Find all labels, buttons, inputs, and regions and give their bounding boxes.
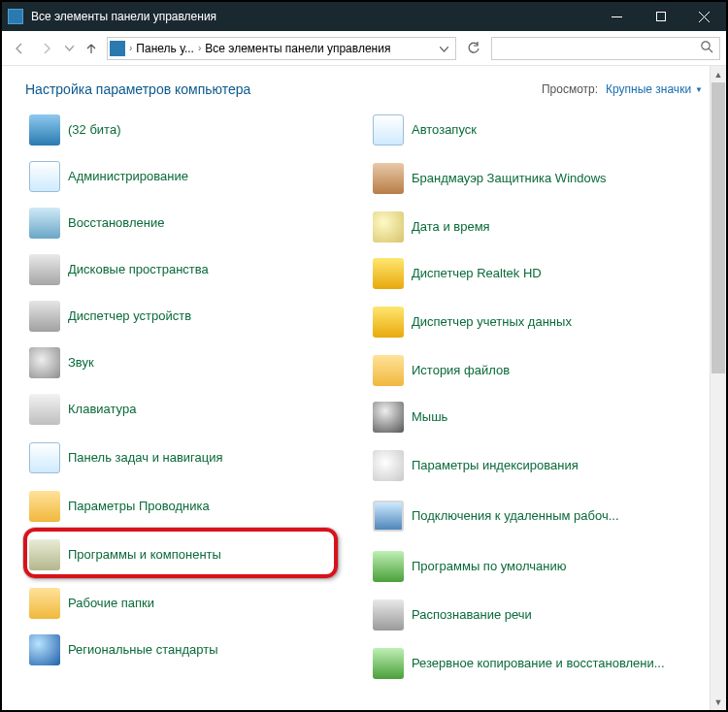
item-regional[interactable]: Региональные стандарты bbox=[25, 627, 359, 673]
titlebar[interactable]: Все элементы панели управления bbox=[2, 2, 726, 31]
item-sound-icon bbox=[29, 347, 60, 378]
item-device-mgr-label: Диспетчер устройств bbox=[68, 308, 191, 324]
address-box[interactable]: › Панель у... › Все элементы панели упра… bbox=[107, 37, 456, 60]
item-explorer-opts[interactable]: Параметры Проводника bbox=[25, 483, 359, 530]
maximize-icon bbox=[656, 12, 666, 21]
item-device-mgr-icon bbox=[29, 301, 60, 332]
item-administration-label: Администрирование bbox=[68, 169, 188, 184]
item-speech[interactable]: Распознавание речи bbox=[369, 592, 703, 638]
item-backup-label: Резервное копирование и восстановлени... bbox=[412, 656, 665, 671]
item-firewall[interactable]: Брандмауэр Защитника Windows bbox=[369, 153, 703, 204]
item-autoplay-label: Автозапуск bbox=[412, 122, 477, 138]
item-programs[interactable]: Программы и компоненты bbox=[25, 530, 359, 580]
item-workfolders[interactable]: Рабочие папки bbox=[25, 580, 359, 627]
search-box[interactable] bbox=[491, 37, 720, 60]
item-recovery-icon bbox=[29, 208, 60, 239]
control-panel-icon bbox=[110, 41, 125, 56]
item-regional-icon bbox=[29, 634, 60, 665]
item-mouse-icon bbox=[373, 402, 404, 433]
grid-column-right: АвтозапускБрандмауэр Защитника WindowsДа… bbox=[369, 107, 703, 689]
item-realtek-label: Диспетчер Realtek HD bbox=[412, 266, 542, 281]
item-recovery[interactable]: Восстановление bbox=[25, 200, 359, 246]
item-cred-mgr-label: Диспетчер учетных данных bbox=[412, 314, 572, 330]
items-grid: (32 бита)АдминистрированиеВосстановление… bbox=[25, 107, 703, 689]
chevron-down-icon bbox=[440, 47, 448, 52]
scroll-up-button[interactable]: ▲ bbox=[711, 66, 726, 82]
item-datetime[interactable]: Дата и время bbox=[369, 204, 703, 250]
vertical-scrollbar[interactable]: ▲ ▼ bbox=[710, 66, 726, 710]
window-title: Все элементы панели управления bbox=[31, 10, 595, 23]
item-filehistory-icon bbox=[373, 355, 404, 386]
scroll-thumb[interactable] bbox=[711, 82, 725, 373]
minimize-icon bbox=[612, 16, 622, 17]
item-autoplay-icon bbox=[373, 114, 404, 146]
item-backup[interactable]: Резервное копирование и восстановлени... bbox=[369, 638, 703, 689]
item-taskbar-icon bbox=[29, 442, 60, 473]
svg-point-4 bbox=[702, 42, 710, 49]
refresh-icon bbox=[467, 42, 480, 55]
chevron-down-icon bbox=[65, 46, 74, 51]
item-autoplay[interactable]: Автозапуск bbox=[369, 107, 703, 153]
item-storage-icon bbox=[29, 254, 60, 285]
item-remote-icon bbox=[373, 501, 404, 532]
item-speech-label: Распознавание речи bbox=[412, 607, 532, 623]
item-workfolders-icon bbox=[29, 588, 60, 619]
item-workfolders-label: Рабочие папки bbox=[68, 596, 154, 611]
item-administration[interactable]: Администрирование bbox=[25, 153, 359, 200]
forward-button[interactable] bbox=[35, 37, 58, 60]
view-by-control: Просмотр: Крупные значки ▼ bbox=[542, 82, 703, 96]
item-keyboard-label: Клавиатура bbox=[68, 402, 136, 417]
item-default-prog[interactable]: Программы по умолчанию bbox=[369, 541, 703, 592]
item-regional-label: Региональные стандарты bbox=[68, 642, 217, 658]
item-taskbar[interactable]: Панель задач и навигация bbox=[25, 433, 359, 483]
minimize-button[interactable] bbox=[595, 2, 639, 31]
item-taskbar-label: Панель задач и навигация bbox=[68, 450, 223, 466]
item-keyboard[interactable]: Клавиатура bbox=[25, 386, 359, 433]
item-32bit[interactable]: (32 бита) bbox=[25, 107, 359, 153]
item-storage-label: Дисковые пространства bbox=[68, 262, 209, 277]
item-default-prog-label: Программы по умолчанию bbox=[412, 559, 566, 574]
item-default-prog-icon bbox=[373, 551, 404, 582]
breadcrumb-2[interactable]: Все элементы панели управления bbox=[205, 42, 430, 55]
item-datetime-icon bbox=[373, 211, 404, 243]
scroll-down-button[interactable]: ▼ bbox=[711, 694, 726, 710]
refresh-button[interactable] bbox=[460, 37, 487, 60]
window-frame: Все элементы панели управления › Панель … bbox=[0, 0, 728, 712]
breadcrumb-1[interactable]: Панель у... bbox=[136, 42, 194, 55]
forward-icon bbox=[40, 42, 53, 55]
item-mouse[interactable]: Мышь bbox=[369, 394, 703, 440]
item-remote-label: Подключения к удаленным рабоч... bbox=[412, 508, 619, 524]
item-realtek[interactable]: Диспетчер Realtek HD bbox=[369, 250, 703, 297]
item-cred-mgr-icon bbox=[373, 307, 404, 338]
close-button[interactable] bbox=[682, 2, 726, 31]
up-button[interactable] bbox=[80, 37, 103, 60]
scroll-track[interactable] bbox=[711, 82, 726, 694]
item-sound-label: Звук bbox=[68, 355, 94, 371]
item-device-mgr[interactable]: Диспетчер устройств bbox=[25, 293, 359, 340]
item-indexing[interactable]: Параметры индексирования bbox=[369, 440, 703, 491]
item-cred-mgr[interactable]: Диспетчер учетных данных bbox=[369, 297, 703, 347]
back-button[interactable] bbox=[8, 37, 31, 60]
grid-column-left: (32 бита)АдминистрированиеВосстановление… bbox=[25, 107, 359, 689]
history-dropdown[interactable] bbox=[62, 37, 76, 60]
item-keyboard-icon bbox=[29, 394, 60, 425]
item-32bit-icon bbox=[29, 114, 60, 146]
item-sound[interactable]: Звук bbox=[25, 340, 359, 386]
item-filehistory[interactable]: История файлов bbox=[369, 347, 703, 394]
svg-line-5 bbox=[709, 49, 712, 52]
item-remote[interactable]: Подключения к удаленным рабоч... bbox=[369, 491, 703, 541]
address-dropdown[interactable] bbox=[434, 41, 453, 55]
item-explorer-opts-label: Параметры Проводника bbox=[68, 499, 210, 514]
back-icon bbox=[13, 42, 26, 55]
view-by-label: Просмотр: bbox=[542, 82, 598, 96]
address-bar: › Панель у... › Все элементы панели упра… bbox=[2, 31, 726, 66]
control-panel-sysicon bbox=[8, 9, 23, 24]
search-icon bbox=[700, 40, 713, 56]
breadcrumb-sep: › bbox=[198, 43, 201, 53]
page-title: Настройка параметров компьютера bbox=[25, 81, 250, 97]
item-storage[interactable]: Дисковые пространства bbox=[25, 246, 359, 293]
item-programs-icon bbox=[29, 539, 60, 570]
maximize-button[interactable] bbox=[639, 2, 682, 31]
view-by-link[interactable]: Крупные значки ▼ bbox=[606, 82, 703, 96]
item-mouse-label: Мышь bbox=[412, 409, 447, 425]
